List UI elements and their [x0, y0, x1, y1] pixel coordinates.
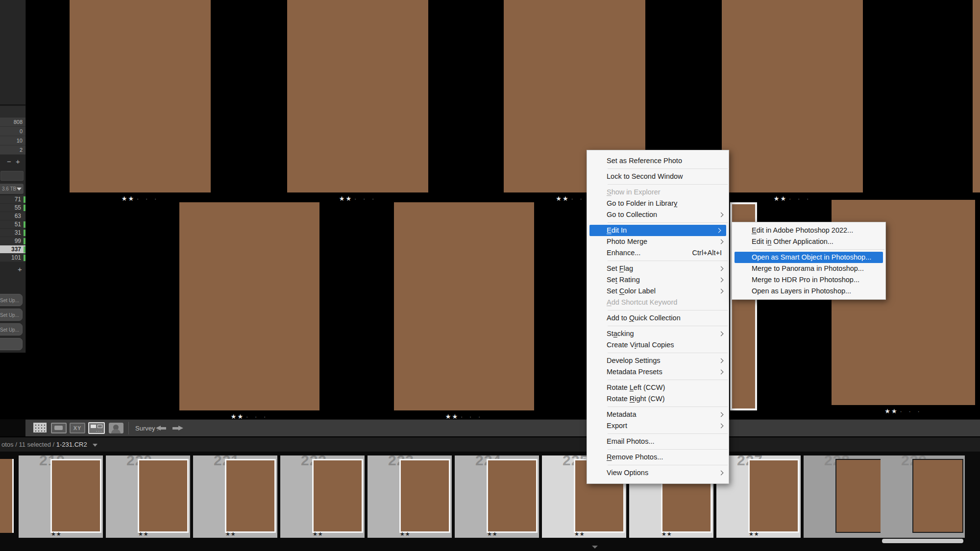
menu-item-merge-to-panorama-in-photoshop[interactable]: Merge to Panorama in Photoshop... [732, 263, 885, 274]
volume-row[interactable]: 3.6 TB [0, 184, 24, 194]
menu-item-go-to-collection[interactable]: Go to Collection [587, 209, 729, 220]
publish-services-list: Set Up...Set Up...Set Up... [0, 294, 24, 353]
menu-item-set-flag[interactable]: Set Flag [587, 263, 729, 274]
menu-item-edit-in[interactable]: Edit In [589, 225, 726, 236]
catalog-count-row[interactable]: 10 [0, 136, 25, 145]
survey-photo[interactable] [394, 202, 534, 410]
people-view-icon[interactable] [109, 423, 123, 433]
grid-view-icon[interactable] [33, 423, 47, 432]
menu-item-set-rating[interactable]: Set Rating [587, 274, 729, 286]
menu-item-set-as-reference-photo[interactable]: Set as Reference Photo [587, 155, 729, 167]
survey-photo[interactable] [179, 202, 319, 410]
survey-photo[interactable] [70, 0, 211, 192]
menu-item-metadata-presets[interactable]: Metadata Presets [587, 366, 729, 378]
catalog-count-row[interactable]: 0 [0, 127, 25, 136]
film-thumb[interactable] [835, 459, 886, 533]
film-thumb[interactable] [487, 459, 538, 533]
film-cell[interactable]: 229 [881, 455, 965, 538]
compare-view-icon[interactable]: XY [70, 423, 85, 433]
previous-photo-arrow[interactable] [156, 426, 168, 431]
loupe-view-icon[interactable] [51, 423, 67, 433]
menu-item-create-virtual-copies[interactable]: Create Virtual Copies [587, 339, 729, 351]
film-thumb[interactable] [138, 459, 189, 533]
folder-row[interactable]: 99 [0, 237, 25, 245]
next-photo-arrow[interactable] [172, 426, 183, 431]
photo-star-rating[interactable]: ★★· · · [884, 407, 922, 415]
film-cell[interactable]: 220★★ [106, 455, 190, 538]
menu-item-go-to-folder-in-library[interactable]: Go to Folder in Library [587, 198, 729, 209]
photo-star-rating[interactable]: ★★· · · [774, 195, 811, 202]
film-thumb-partial[interactable] [0, 459, 14, 533]
volume-dropdown-icon[interactable] [17, 188, 22, 191]
publish-service-setup-button[interactable]: Set Up... [0, 294, 23, 306]
film-cell[interactable]: 222★★ [280, 455, 365, 538]
menu-item-edit-in-other-application[interactable]: Edit in Other Application... [732, 236, 885, 247]
film-cell[interactable]: 219★★ [19, 455, 103, 538]
add-plus-icon[interactable]: + [16, 157, 20, 166]
menu-item-remove-photos[interactable]: Remove Photos... [587, 452, 729, 463]
film-cell[interactable]: 228 [804, 455, 888, 538]
menu-item-export[interactable]: Export [587, 420, 729, 431]
film-thumb[interactable] [912, 459, 963, 533]
film-cell[interactable]: 221★★ [193, 455, 277, 538]
menu-item-email-photos[interactable]: Email Photos... [587, 436, 729, 447]
film-thumb-star-rating[interactable]: ★★ [313, 531, 323, 537]
folder-row[interactable]: 63 [0, 212, 25, 220]
menu-item-open-as-layers-in-photoshop[interactable]: Open as Layers in Photoshop... [732, 286, 885, 297]
catalog-count-row[interactable]: 2 [0, 145, 25, 155]
menu-item-show-in-explorer: Show in Explorer [587, 187, 729, 198]
survey-photo-sliver[interactable] [973, 0, 980, 192]
survey-photo[interactable] [287, 0, 428, 192]
film-thumb-star-rating[interactable]: ★★ [138, 531, 149, 537]
menu-item-rotate-right-cw[interactable]: Rotate Right (CW) [587, 393, 729, 405]
filmstrip-scrollbar[interactable] [882, 539, 963, 543]
menu-item-label: Metadata Presets [607, 368, 662, 376]
folder-row[interactable]: 55 [0, 204, 25, 212]
catalog-count-row[interactable]: 808 [0, 118, 25, 127]
menu-item-develop-settings[interactable]: Develop Settings [587, 355, 729, 366]
menu-item-photo-merge[interactable]: Photo Merge [587, 236, 729, 247]
menu-item-merge-to-hdr-pro-in-photoshop[interactable]: Merge to HDR Pro in Photoshop... [732, 274, 885, 286]
add-collection-plus-icon[interactable]: + [18, 265, 22, 273]
menu-item-stacking[interactable]: Stacking [587, 328, 729, 339]
menu-item-edit-in-adobe-photoshop-2022[interactable]: Edit in Adobe Photoshop 2022... [732, 225, 885, 236]
film-thumb[interactable] [748, 459, 799, 533]
film-thumb[interactable] [50, 459, 101, 533]
folder-row[interactable]: 31 [0, 229, 25, 237]
folder-row[interactable]: 101 [0, 254, 25, 262]
folder-row[interactable]: 51 [0, 220, 25, 229]
menu-item-set-color-label[interactable]: Set Color Label [587, 286, 729, 297]
publish-service-setup-button[interactable]: Set Up... [0, 309, 23, 321]
menu-item-enhance[interactable]: Enhance...Ctrl+Alt+I [587, 247, 729, 259]
publish-service-setup-button[interactable] [0, 338, 23, 350]
film-thumb-star-rating[interactable]: ★★ [749, 531, 760, 537]
photo-star-rating[interactable]: ★★· · · [122, 195, 159, 202]
film-thumb-star-rating[interactable]: ★★ [400, 531, 411, 537]
filmstrip-source-dropdown-icon[interactable] [93, 444, 98, 447]
photo-star-rating[interactable]: ★★· · · [339, 195, 377, 202]
film-thumb-star-rating[interactable]: ★★ [662, 531, 672, 537]
film-thumb[interactable] [312, 459, 363, 533]
menu-item-rotate-left-ccw[interactable]: Rotate Left (CCW) [587, 382, 729, 393]
menu-item-lock-to-second-window[interactable]: Lock to Second Window [587, 171, 729, 182]
film-cell[interactable]: 223★★ [368, 455, 452, 538]
film-cell[interactable]: 224★★ [455, 455, 539, 538]
film-thumb-star-rating[interactable]: ★★ [574, 531, 585, 537]
folder-row[interactable]: 71 [0, 195, 25, 204]
menu-item-add-to-quick-collection[interactable]: Add to Quick Collection [587, 312, 729, 324]
filmstrip-status-bar[interactable]: otos / 11 selected / 1-231.CR2 [0, 437, 980, 452]
film-thumb[interactable] [225, 459, 276, 533]
menu-item-open-as-smart-object-in-photoshop[interactable]: Open as Smart Object in Photoshop... [735, 252, 883, 263]
film-thumb[interactable] [399, 459, 450, 533]
menu-item-view-options[interactable]: View Options [587, 467, 729, 479]
collapse-minus-icon[interactable]: − [7, 157, 11, 166]
folder-row[interactable]: 337 [0, 245, 25, 254]
film-thumb-star-rating[interactable]: ★★ [225, 531, 236, 537]
survey-photo[interactable] [722, 0, 863, 192]
film-thumb-star-rating[interactable]: ★★ [51, 531, 62, 537]
survey-view-icon[interactable]: ... [88, 422, 105, 434]
hide-filmstrip-arrow-icon[interactable] [592, 546, 598, 549]
menu-item-metadata[interactable]: Metadata [587, 409, 729, 420]
film-thumb-star-rating[interactable]: ★★ [487, 531, 498, 537]
publish-service-setup-button[interactable]: Set Up... [0, 323, 23, 335]
